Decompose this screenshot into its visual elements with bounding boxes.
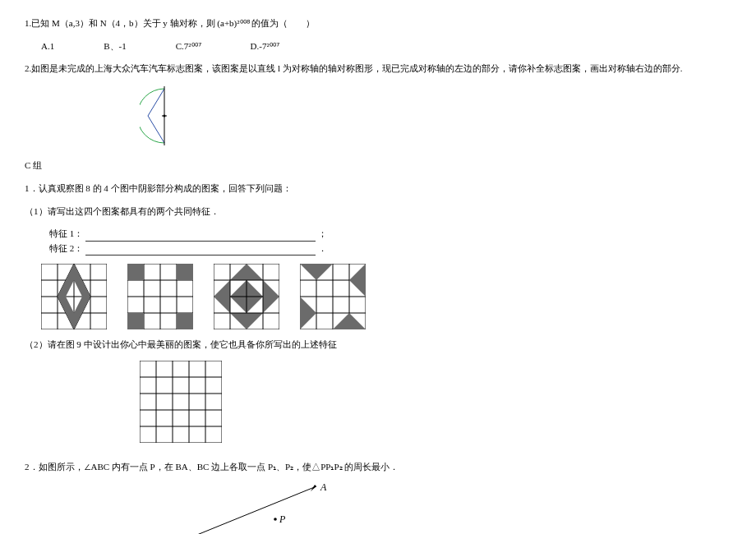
feature-1-row: 特征 1： ；	[49, 227, 731, 242]
angle-figure: A B C P	[173, 482, 731, 534]
pattern-1	[41, 264, 107, 329]
feature-2-row: 特征 2： ．	[49, 242, 731, 256]
feat1-suffix: ；	[318, 228, 327, 238]
c-q1-text: 1．认真观察图 8 的 4 个图中阴影部分构成的图案，回答下列问题：	[25, 182, 731, 196]
feat2-suffix: ．	[318, 243, 327, 253]
svg-rect-22	[127, 313, 144, 329]
q1-text: 1.已知 M（a,3）和 N（4，b）关于 y 轴对称，则 (a+b)²⁰⁰⁸ …	[25, 18, 315, 28]
group-c-title: C 组	[25, 159, 731, 173]
pattern-row	[41, 264, 731, 329]
feat2-label: 特征 2：	[49, 243, 83, 253]
pattern-3	[214, 264, 279, 329]
opt-c: C.7²⁰⁰⁷	[176, 39, 201, 54]
c-q1-sub1: （1）请写出这四个图案都具有的两个共同特征．	[25, 205, 731, 219]
feat1-label: 特征 1：	[49, 228, 83, 238]
logo-figure	[140, 85, 731, 151]
c-q2-text: 2．如图所示，∠ABC 内有一点 P，在 BA、BC 边上各取一点 P₁、P₂，…	[25, 460, 731, 475]
svg-line-60	[189, 486, 316, 534]
svg-rect-21	[177, 264, 193, 280]
pattern-4	[300, 264, 366, 329]
q1-options: A.1 B、-1 C.7²⁰⁰⁷ D.-7²⁰⁰⁷	[41, 39, 731, 54]
svg-point-64	[274, 518, 277, 521]
svg-rect-51	[140, 361, 222, 443]
opt-a: A.1	[41, 39, 54, 54]
label-a: A	[320, 482, 327, 493]
svg-rect-20	[127, 264, 144, 280]
c-q1-sub2: （2）请在图 9 中设计出你心中最美丽的图案，使它也具备你所写出的上述特征	[25, 338, 731, 352]
opt-b: B、-1	[104, 39, 127, 54]
empty-grid	[140, 361, 731, 448]
svg-point-2	[164, 114, 166, 117]
pattern-2	[127, 264, 193, 329]
label-p: P	[279, 513, 286, 525]
q2-text: 2.如图是未完成的上海大众汽车汽车标志图案，该图案是以直线 l 为对称轴的轴对称…	[25, 63, 683, 73]
opt-d: D.-7²⁰⁰⁷	[251, 39, 279, 54]
feat2-blank	[85, 255, 316, 255]
svg-rect-23	[177, 313, 193, 329]
